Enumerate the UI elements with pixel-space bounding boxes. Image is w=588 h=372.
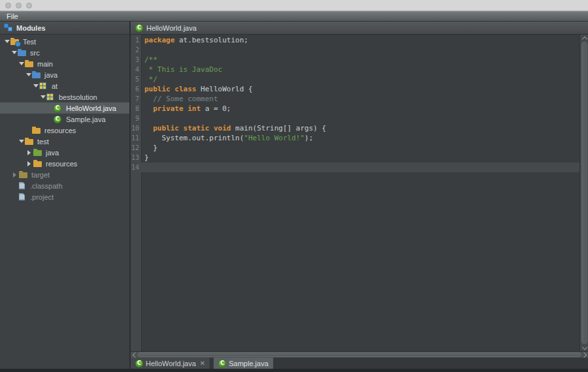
editor-tabbar: HelloWorld.java	[131, 22, 588, 35]
tree-item-main[interactable]: main	[0, 58, 129, 69]
tree-item-project[interactable]: .project	[0, 191, 129, 202]
expand-arrow-icon[interactable]	[10, 48, 18, 57]
menu-file[interactable]: File	[7, 12, 18, 20]
code-line-2[interactable]: 2	[131, 45, 580, 55]
code-line-6[interactable]: 6public class HelloWorld {	[131, 84, 580, 94]
tree-item-icon-box	[39, 82, 50, 89]
modules-icon	[4, 23, 13, 32]
bottom-tab-sample-java[interactable]: Sample.java	[214, 358, 274, 369]
vertical-scrollbar[interactable]	[580, 35, 588, 351]
horizontal-scrollbar-thumb[interactable]	[138, 352, 581, 357]
tree-item-src[interactable]: src	[0, 47, 129, 58]
tree-item-classpath[interactable]: .classpath	[0, 180, 129, 191]
tree-item-helloworld-java[interactable]: HelloWorld.java	[0, 102, 129, 114]
code-line-14[interactable]: 14	[131, 163, 580, 172]
line-number: 5	[131, 76, 142, 83]
code-line-7[interactable]: 7 // Some comment	[131, 94, 580, 104]
tree-item-java[interactable]: java	[0, 69, 129, 80]
expand-arrow-icon[interactable]	[18, 59, 25, 68]
bottom-tab-helloworld-java[interactable]: HelloWorld.java✕	[131, 358, 210, 369]
scroll-right-icon[interactable]	[582, 352, 587, 357]
code-line-10[interactable]: 10 public static void main(String[] args…	[131, 123, 580, 133]
java-class-icon	[135, 24, 143, 32]
tree-item-icon-box	[25, 138, 36, 145]
tree-item-label: java	[46, 149, 59, 157]
yellow-folder-icon	[32, 128, 41, 134]
tree-item-label: HelloWorld.java	[66, 104, 116, 112]
code-line-4[interactable]: 4 * This is JavaDoc	[131, 65, 580, 74]
editor-pane: HelloWorld.java 1package at.bestsolution…	[131, 22, 588, 369]
tree-item-resources[interactable]: resources	[0, 125, 129, 136]
code-text: }	[142, 144, 157, 152]
tree-item-icon-box	[10, 38, 22, 45]
file-icon	[19, 182, 25, 189]
close-icon[interactable]: ✕	[200, 360, 205, 367]
code-segment-doc: */	[144, 75, 157, 84]
code-line-8[interactable]: 8 private int a = 0;	[131, 104, 580, 114]
maximize-button[interactable]	[26, 3, 32, 8]
code-line-5[interactable]: 5 */	[131, 74, 580, 84]
code-line-3[interactable]: 3/**	[131, 55, 580, 65]
expand-arrow-icon[interactable]	[32, 82, 39, 90]
line-number: 8	[131, 105, 142, 112]
yellow-folder-icon	[25, 61, 33, 67]
code-segment-doc: /**	[144, 55, 157, 64]
code-line-13[interactable]: 13}	[131, 153, 580, 163]
tree-item-test[interactable]: Test	[0, 36, 129, 47]
expand-arrow-icon[interactable]	[25, 70, 32, 79]
horizontal-scrollbar[interactable]	[131, 351, 588, 358]
expand-arrow-icon[interactable]	[18, 137, 25, 146]
tree-item-test[interactable]: test	[0, 136, 129, 147]
scroll-up-icon[interactable]	[582, 36, 587, 40]
code-segment-str: "Hello World!"	[244, 134, 304, 142]
modules-panel: Modules TestsrcmainjavaatbestsolutionHel…	[0, 22, 131, 369]
tree-item-at[interactable]: at	[0, 80, 129, 91]
minimize-button[interactable]	[16, 3, 22, 8]
code-text: /**	[142, 55, 157, 64]
tree-item-label: target	[31, 171, 50, 179]
line-number: 12	[131, 144, 142, 151]
scroll-down-icon[interactable]	[582, 345, 587, 350]
collapse-arrow-icon[interactable]	[25, 150, 33, 155]
code-text: public class HelloWorld {	[142, 85, 253, 93]
expand-arrow-icon[interactable]	[3, 37, 10, 46]
green-folder-icon	[33, 150, 42, 156]
code-text: }	[142, 153, 149, 162]
close-button[interactable]	[5, 3, 11, 8]
project-folder-icon	[10, 39, 19, 45]
code-line-11[interactable]: 11 System.out.println("Hello World!");	[131, 133, 580, 143]
line-number: 1	[131, 37, 142, 44]
code-segment-txt	[144, 104, 153, 113]
code-line-9[interactable]: 9	[131, 114, 580, 123]
expand-arrow-icon[interactable]	[39, 93, 46, 101]
code-segment-txt: }	[144, 144, 157, 152]
editor-bottom-tabs: HelloWorld.java✕Sample.java	[131, 358, 588, 369]
tree-item-target[interactable]: target	[0, 169, 129, 180]
code-text: * This is JavaDoc	[142, 65, 222, 74]
line-number: 9	[131, 115, 142, 122]
java-class-icon	[54, 116, 61, 123]
tree-item-sample-java[interactable]: Sample.java	[0, 114, 129, 125]
line-number: 7	[131, 95, 142, 102]
tree-item-bestsolution[interactable]: bestsolution	[0, 91, 129, 102]
code-text: */	[142, 75, 157, 84]
code-line-1[interactable]: 1package at.bestsolution;	[131, 35, 580, 45]
main-area: Modules TestsrcmainjavaatbestsolutionHel…	[0, 22, 588, 369]
tree-item-java[interactable]: java	[0, 147, 129, 158]
vertical-scrollbar-thumb[interactable]	[581, 42, 587, 344]
tree-item-label: .classpath	[30, 182, 63, 190]
tree-item-icon-box	[33, 160, 44, 167]
code-segment-kw: public class	[144, 85, 196, 93]
yellow-folder-icon	[25, 139, 33, 145]
code-editor[interactable]: 1package at.bestsolution;23/**4 * This i…	[131, 35, 580, 351]
editor-tab-label[interactable]: HelloWorld.java	[146, 24, 197, 32]
tree-item-resources[interactable]: resources	[0, 158, 129, 169]
scroll-left-icon[interactable]	[132, 352, 137, 357]
tree-item-label: Sample.java	[66, 116, 106, 123]
code-line-12[interactable]: 12 }	[131, 143, 580, 153]
yellow-folder-icon	[33, 161, 42, 167]
collapse-arrow-icon[interactable]	[25, 161, 33, 166]
collapse-arrow-icon[interactable]	[10, 172, 19, 178]
tree-item-icon-box	[18, 193, 29, 200]
tree-item-label: src	[30, 49, 40, 57]
